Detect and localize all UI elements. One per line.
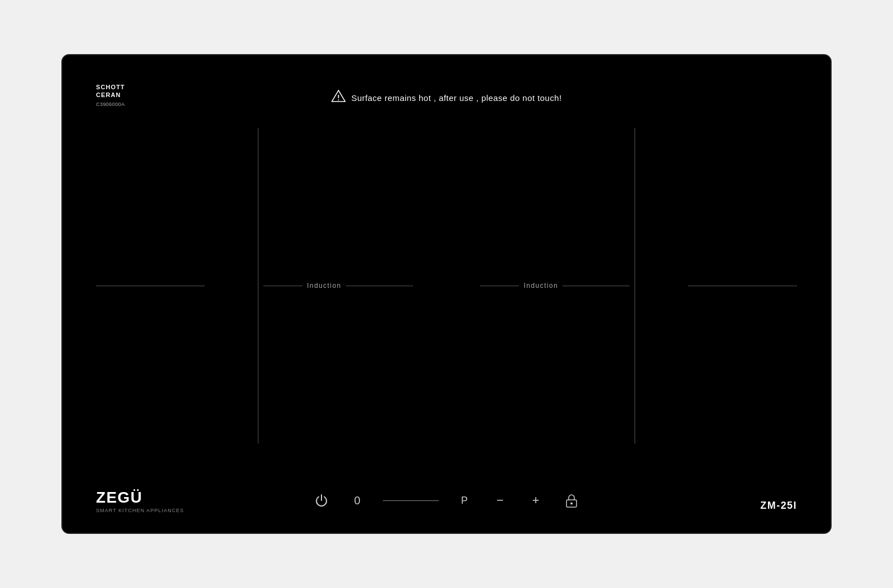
svg-point-4: [570, 503, 573, 505]
model-number: ZM-25I: [760, 500, 797, 512]
label-line-left: [263, 286, 303, 286]
right-outer-line: [688, 286, 797, 286]
product-code: C3906000A: [96, 102, 125, 107]
right-zone-label: Induction: [519, 282, 563, 290]
left-burner-area: Induction: [96, 128, 433, 444]
warning-icon: [331, 89, 345, 107]
left-zone-label: Induction: [303, 282, 346, 290]
schott-ceran-logo: SCHOTT CERAN: [96, 83, 125, 99]
control-panel: 0 P − +: [311, 490, 582, 510]
zegu-logo: ZEGÜ: [96, 489, 184, 507]
warning-bar: Surface remains hot , after use , please…: [331, 89, 561, 107]
label-line-right: [346, 286, 413, 286]
left-vert-divider: [258, 128, 258, 444]
power-slider[interactable]: [383, 500, 439, 501]
label-line-right-left: [480, 286, 519, 286]
logo-bottom-left: ZEGÜ SMART KITCHEN APPLIANCES: [96, 489, 184, 513]
power-button[interactable]: [311, 490, 332, 510]
right-burner-area: Induction: [460, 128, 797, 444]
label-line-right-right: [563, 286, 630, 286]
p-button[interactable]: P: [454, 490, 474, 510]
zones-container: Induction Induction: [96, 128, 797, 444]
svg-point-2: [338, 99, 339, 100]
slider-line: [383, 500, 439, 501]
zero-display: 0: [347, 490, 367, 510]
cooktop-outer: SCHOTT CERAN C3906000A Surface remains h…: [61, 54, 832, 534]
brand-top-left: SCHOTT CERAN C3906000A: [96, 83, 125, 107]
left-induction-label: Induction: [263, 282, 413, 290]
right-vert-divider: [635, 128, 635, 444]
cooktop-surface: SCHOTT CERAN C3906000A Surface remains h…: [63, 55, 830, 533]
minus-button[interactable]: −: [490, 490, 510, 510]
zegu-tagline: SMART KITCHEN APPLIANCES: [96, 508, 184, 513]
lock-button[interactable]: [561, 490, 582, 510]
warning-text: Surface remains hot , after use , please…: [351, 93, 561, 103]
plus-button[interactable]: +: [526, 490, 546, 510]
left-outer-line: [96, 286, 205, 286]
right-induction-label: Induction: [480, 282, 630, 290]
